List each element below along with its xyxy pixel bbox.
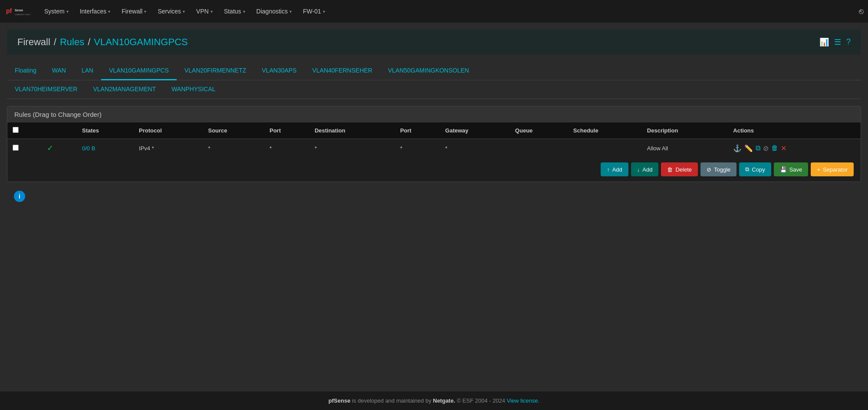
col-destination: Destination (309, 122, 395, 139)
toggle-button[interactable]: ⊘ Toggle (700, 162, 736, 176)
tab-vlan50gamingkonsolen[interactable]: VLAN50GAMINGKONSOLEN (380, 62, 477, 80)
delete-btn-icon: 🗑 (667, 166, 673, 173)
list-icon[interactable]: ☰ (834, 37, 841, 47)
select-all-checkbox[interactable] (13, 127, 19, 133)
svg-text:pf: pf (6, 7, 12, 14)
rules-table: States Protocol Source Port Destination … (7, 122, 861, 157)
enabled-icon: ✓ (47, 144, 53, 152)
tab-vlan70heimserver[interactable]: VLAN70HEIMSERVER (7, 80, 85, 99)
copy-button[interactable]: ⧉ Copy (739, 162, 771, 176)
tab-wanphysical[interactable]: WANPHYSICAL (164, 80, 223, 99)
row-queue-cell (510, 139, 568, 158)
col-source-port: Port (264, 122, 309, 139)
breadcrumb-current[interactable]: VLAN10GAMINGPCS (94, 36, 187, 48)
chevron-down-icon: ▾ (210, 9, 213, 14)
breadcrumb-firewall: Firewall (17, 36, 50, 48)
breadcrumb-sep2: / (88, 36, 90, 48)
chart-icon[interactable]: 📊 (819, 37, 829, 47)
footer-license-link[interactable]: View license. (507, 397, 540, 404)
toggle-icon: ⊘ (707, 166, 711, 173)
chevron-down-icon: ▾ (323, 9, 325, 14)
action-icons: ⚓ ✏️ ⧉ ⊘ 🗑 ✕ (733, 144, 855, 152)
navbar: pf Sense COMMUNITY EDITION System ▾ Inte… (0, 0, 868, 23)
add-above-icon: ↑ (607, 166, 610, 173)
nav-services[interactable]: Services ▾ (152, 5, 190, 17)
col-actions: Actions (728, 122, 861, 139)
col-dest-port: Port (395, 122, 440, 139)
tab-lan[interactable]: LAN (74, 62, 101, 80)
rules-header: Rules (Drag to Change Order) (7, 106, 861, 122)
copy-rule-icon[interactable]: ⧉ (756, 144, 760, 152)
separator-button[interactable]: + Separator (811, 162, 854, 176)
nav-right: ⎋ (859, 7, 864, 16)
col-status (42, 122, 77, 139)
tab-wan[interactable]: WAN (44, 62, 74, 80)
plus-icon: + (817, 166, 820, 173)
footer-maintainer: Netgate. (433, 397, 455, 404)
row-protocol: IPv4 * (139, 145, 154, 152)
row-states: 0/0 B (82, 145, 95, 152)
edit-icon[interactable]: ✏️ (744, 144, 753, 152)
row-destination-cell: * (309, 139, 395, 158)
help-icon[interactable]: ? (846, 37, 851, 47)
row-states-cell: 0/0 B (77, 139, 134, 158)
delete-button[interactable]: 🗑 Delete (661, 162, 698, 176)
tab-vlan10gamingpcs[interactable]: VLAN10GAMINGPCS (101, 62, 177, 80)
chevron-down-icon: ▾ (243, 9, 245, 14)
col-description: Description (642, 122, 728, 139)
footer-copyright: © ESF 2004 - 2024 (457, 397, 506, 404)
col-checkbox (7, 122, 42, 139)
table-header: States Protocol Source Port Destination … (7, 122, 861, 139)
logo[interactable]: pf Sense COMMUNITY EDITION (4, 3, 30, 19)
tab-vlan2management[interactable]: VLAN2MANAGEMENT (85, 80, 164, 99)
chevron-down-icon: ▾ (66, 9, 69, 14)
nav-firewall[interactable]: Firewall ▾ (116, 5, 151, 17)
nav-interfaces[interactable]: Interfaces ▾ (75, 5, 115, 17)
col-protocol: Protocol (134, 122, 203, 139)
tabs-row-2: VLAN70HEIMSERVER VLAN2MANAGEMENT WANPHYS… (7, 80, 861, 99)
tabs-container: Floating WAN LAN VLAN10GAMINGPCS VLAN20F… (0, 62, 868, 99)
tab-vlan20firmennetz[interactable]: VLAN20FIRMENNETZ (177, 62, 254, 80)
breadcrumb-sep1: / (54, 36, 56, 48)
add-below-icon: ↓ (637, 166, 640, 173)
row-description: Allow All (647, 145, 668, 152)
add-above-button[interactable]: ↑ Add (601, 162, 628, 176)
tab-vlan30aps[interactable]: VLAN30APS (254, 62, 304, 80)
row-checkbox[interactable] (13, 145, 19, 151)
rules-table-container: Rules (Drag to Change Order) States Prot… (7, 106, 861, 182)
trash-icon[interactable]: 🗑 (771, 144, 778, 152)
save-icon: 💾 (780, 166, 787, 173)
nav-system[interactable]: System ▾ (39, 5, 74, 17)
info-icon[interactable]: i (14, 191, 25, 202)
add-below-button[interactable]: ↓ Add (631, 162, 659, 176)
row-destination: * (315, 145, 317, 152)
col-source: Source (203, 122, 264, 139)
header-icons: 📊 ☰ ? (819, 37, 851, 47)
nav-fw01[interactable]: FW-01 ▾ (298, 5, 330, 17)
tab-floating[interactable]: Floating (7, 62, 44, 80)
tab-vlan40fernseher[interactable]: VLAN40FERNSEHER (304, 62, 380, 80)
nav-vpn[interactable]: VPN ▾ (191, 5, 218, 17)
anchor-icon[interactable]: ⚓ (733, 144, 742, 152)
delete-icon[interactable]: ✕ (781, 144, 786, 152)
breadcrumb-rules-link[interactable]: Rules (60, 36, 84, 48)
row-source: * (208, 145, 210, 152)
footer-text: is developed and maintained by (352, 397, 433, 404)
info-section: i (7, 187, 861, 205)
footer-brand: pfSense (329, 397, 351, 404)
nav-diagnostics[interactable]: Diagnostics ▾ (251, 5, 297, 17)
col-gateway: Gateway (440, 122, 510, 139)
logout-icon[interactable]: ⎋ (859, 7, 864, 16)
save-button[interactable]: 💾 Save (774, 162, 809, 176)
row-gateway: * (445, 145, 447, 152)
row-source-port-cell: * (264, 139, 309, 158)
col-states: States (77, 122, 134, 139)
breadcrumb: Firewall / Rules / VLAN10GAMINGPCS (17, 36, 188, 48)
nav-status[interactable]: Status ▾ (219, 5, 250, 17)
block-icon[interactable]: ⊘ (763, 144, 769, 152)
table-row: ✓ 0/0 B IPv4 * * * * (7, 139, 861, 158)
svg-text:COMMUNITY EDITION: COMMUNITY EDITION (15, 13, 30, 16)
svg-text:Sense: Sense (15, 9, 23, 12)
chevron-down-icon: ▾ (108, 9, 110, 14)
copy-icon: ⧉ (745, 166, 749, 173)
